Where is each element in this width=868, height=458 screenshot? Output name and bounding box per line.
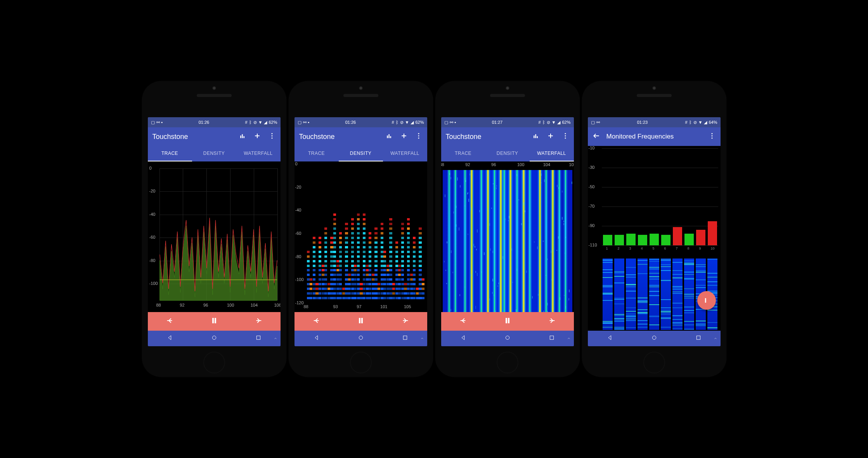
expand-nav-icon[interactable]: [714, 335, 717, 342]
tab-trace[interactable]: TRACE: [441, 146, 485, 161]
svg-point-14: [418, 133, 419, 134]
svg-point-16: [418, 137, 419, 139]
svg-point-32: [711, 135, 712, 137]
app-bar: Touchstone: [441, 127, 574, 146]
svg-rect-12: [388, 134, 390, 138]
recents-button[interactable]: [549, 335, 555, 342]
notif-icon: ▪: [161, 120, 163, 125]
recents-button[interactable]: [402, 335, 408, 342]
svg-rect-34: [705, 298, 706, 303]
control-bar: [295, 312, 427, 331]
next-button[interactable]: [547, 316, 556, 326]
status-bar: ▢⚯▪ 01:26 #ᛒ⊘▼◢62%: [295, 117, 427, 127]
tab-bar: TRACE DENSITY WATERFALL: [441, 146, 574, 161]
bars-icon[interactable]: [239, 132, 246, 141]
svg-rect-7: [212, 318, 213, 323]
add-icon[interactable]: [547, 132, 554, 141]
home-button[interactable]: [358, 335, 364, 342]
waterfall-chart[interactable]: 889296100104108: [441, 161, 574, 312]
svg-point-33: [711, 137, 712, 139]
back-button[interactable]: [167, 335, 173, 342]
tab-waterfall[interactable]: WATERFALL: [383, 146, 427, 161]
tab-trace[interactable]: TRACE: [148, 146, 192, 161]
next-button[interactable]: [401, 316, 409, 326]
bar-channel-10[interactable]: [708, 221, 717, 246]
tab-bar: TRACE DENSITY WATERFALL: [148, 146, 281, 161]
prev-button[interactable]: [166, 316, 174, 326]
svg-rect-18: [361, 318, 362, 323]
add-icon[interactable]: [400, 132, 408, 141]
svg-point-25: [565, 135, 566, 137]
app-bar: Touchstone: [295, 127, 427, 146]
svg-rect-0: [240, 135, 241, 138]
svg-point-24: [565, 133, 566, 134]
dnd-icon: ⊘: [253, 120, 257, 125]
prev-button[interactable]: [459, 316, 468, 326]
bar-channel-1[interactable]: [603, 235, 612, 246]
recents-button[interactable]: [695, 335, 702, 342]
system-nav: [148, 331, 281, 346]
pause-button[interactable]: [357, 316, 365, 326]
back-button[interactable]: [460, 335, 466, 342]
density-chart[interactable]: 0-20-40-60-80-100-120889397101105: [295, 161, 427, 312]
wifi-icon: ▼: [258, 120, 263, 125]
screen-monitored: ▢⚯ 01:23 #ᛒ⊘▼◢64% Monitored Frequencies …: [588, 117, 721, 346]
expand-nav-icon[interactable]: [274, 335, 277, 342]
svg-rect-10: [256, 336, 260, 339]
add-icon[interactable]: [253, 132, 261, 141]
app-bar: Touchstone: [148, 127, 281, 146]
trace-chart[interactable]: 0-20-40-60-80-100889296100104108: [148, 161, 281, 312]
page-title: Monitored Frequencies: [606, 133, 674, 141]
back-button[interactable]: [607, 335, 613, 342]
svg-point-4: [271, 135, 272, 137]
more-icon[interactable]: [415, 132, 423, 141]
bars-icon[interactable]: [532, 132, 540, 141]
home-button[interactable]: [651, 335, 657, 342]
tab-trace[interactable]: TRACE: [295, 146, 339, 161]
bar-channel-2[interactable]: [615, 235, 624, 246]
battery-pct: 62%: [269, 120, 277, 125]
svg-rect-13: [390, 136, 391, 138]
tab-density[interactable]: DENSITY: [192, 146, 236, 161]
expand-nav-icon[interactable]: [567, 335, 571, 342]
control-bar: [148, 312, 281, 331]
status-bar: ▢ ⚯ ▪ 01:26 # ᛒ ⊘ ▼ ◢ 62%: [148, 117, 281, 127]
app-title: Touchstone: [446, 133, 482, 141]
bar-channel-3[interactable]: [626, 234, 636, 245]
bar-channel-4[interactable]: [638, 235, 647, 246]
more-icon[interactable]: [561, 132, 569, 141]
bar-channel-8[interactable]: [684, 234, 694, 245]
tab-density[interactable]: DENSITY: [485, 146, 530, 161]
system-nav: [588, 331, 721, 346]
next-button[interactable]: [254, 316, 263, 326]
hash-icon: #: [245, 120, 247, 125]
prev-button[interactable]: [312, 316, 321, 326]
pause-button[interactable]: [210, 316, 218, 326]
back-button[interactable]: [314, 335, 320, 342]
bars-icon[interactable]: [385, 132, 393, 141]
bar-channel-7[interactable]: [673, 227, 682, 246]
home-button[interactable]: [504, 335, 511, 342]
tab-waterfall[interactable]: WATERFALL: [236, 146, 281, 161]
monitored-chart[interactable]: -10-30-50-70-90-11012345678910: [588, 146, 721, 331]
tab-waterfall[interactable]: WATERFALL: [530, 146, 574, 161]
pause-button[interactable]: [503, 316, 512, 326]
more-icon[interactable]: [268, 132, 276, 141]
bar-channel-5[interactable]: [650, 234, 659, 245]
screen-waterfall: ▢⚯▪ 01:27 #ᛒ⊘▼◢62% Touchstone TRACE DENS…: [441, 117, 574, 346]
svg-point-36: [652, 336, 656, 339]
expand-nav-icon[interactable]: [420, 335, 424, 342]
pause-fab[interactable]: [697, 291, 716, 310]
svg-point-19: [359, 336, 362, 339]
svg-rect-11: [387, 135, 388, 138]
gallery-icon: ▢: [151, 120, 155, 125]
home-button[interactable]: [211, 335, 217, 342]
status-time: 01:23: [637, 120, 648, 125]
bar-channel-6[interactable]: [661, 235, 670, 246]
status-time: 01:26: [345, 120, 356, 125]
back-arrow-icon[interactable]: [593, 132, 600, 141]
bar-channel-9[interactable]: [696, 230, 705, 245]
more-icon[interactable]: [708, 132, 716, 141]
recents-button[interactable]: [255, 335, 262, 342]
tab-density[interactable]: DENSITY: [339, 146, 383, 161]
